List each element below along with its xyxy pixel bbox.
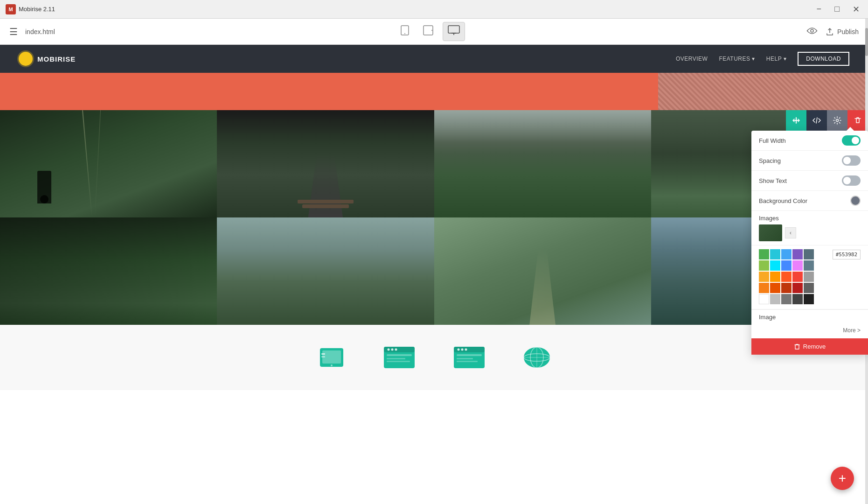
svg-rect-29 (457, 361, 478, 362)
feature-icon-2 (383, 346, 416, 369)
publish-label: Publish (837, 28, 859, 35)
minimize-button[interactable]: − (814, 3, 825, 15)
preview-navbar: MOBIRISE OVERVIEW FEATURES HELP DOWNLOAD (0, 45, 868, 73)
app-logo: M Mobirise 2.11 (6, 4, 55, 14)
trash-icon (794, 343, 800, 350)
swatch-blue[interactable] (781, 249, 792, 259)
swatch-green[interactable] (759, 249, 769, 259)
swatch-bluegray[interactable] (804, 249, 814, 259)
images-label: Images (759, 215, 861, 222)
settings-panel: Full Width Spacing Show Text Background … (751, 131, 868, 355)
svg-point-3 (431, 30, 432, 31)
nav-help[interactable]: HELP (766, 56, 786, 62)
swatch-brownred[interactable] (781, 283, 792, 293)
block-toolbar (786, 110, 868, 131)
swatch-orange[interactable] (770, 272, 780, 282)
gallery-section: Full Width Spacing Show Text Background … (0, 110, 868, 325)
background-color-row: Background Color (751, 191, 868, 211)
preview-container: MOBIRISE OVERVIEW FEATURES HELP DOWNLOAD (0, 45, 868, 390)
app-title: Mobirise 2.11 (19, 6, 55, 13)
svg-rect-28 (457, 358, 473, 359)
swatch-pink[interactable] (792, 260, 803, 271)
image-thumbnail[interactable] (759, 224, 782, 241)
swatch-purple[interactable] (792, 249, 803, 259)
svg-rect-4 (448, 26, 459, 33)
swatch-lightgrey[interactable] (770, 294, 780, 304)
swatch-lime[interactable] (759, 260, 769, 271)
show-text-toggle[interactable] (842, 175, 861, 186)
remove-button[interactable]: Remove (751, 338, 868, 355)
code-button[interactable] (806, 110, 827, 131)
swatch-cyan[interactable] (770, 249, 780, 259)
publish-button[interactable]: Publish (825, 27, 859, 36)
gallery-cell-7 (434, 217, 651, 325)
settings-button[interactable] (827, 110, 847, 131)
gallery-cell-6 (217, 217, 434, 325)
spacing-row: Spacing (751, 151, 868, 171)
spacing-toggle[interactable] (842, 155, 861, 166)
filename-label: index.html (25, 28, 55, 35)
globe-icon (523, 346, 551, 369)
swatch-cobalt[interactable] (781, 260, 792, 271)
maximize-button[interactable]: □ (832, 3, 842, 15)
svg-point-7 (811, 29, 813, 32)
swatch-red[interactable] (792, 272, 803, 282)
image-label: Image (759, 314, 776, 321)
gallery-cell-5 (0, 217, 217, 325)
svg-point-26 (465, 349, 467, 351)
gallery-cell-1 (0, 110, 217, 217)
spacing-label: Spacing (759, 157, 781, 164)
svg-rect-13 (321, 356, 325, 357)
nav-features[interactable]: FEATURES (719, 56, 755, 62)
swatch-midgrey[interactable] (781, 294, 792, 304)
color-palette: #553982 (751, 245, 868, 309)
swatch-burntorg[interactable] (770, 283, 780, 293)
swatch-yellow[interactable] (759, 283, 769, 293)
nav-links: OVERVIEW FEATURES HELP DOWNLOAD (676, 52, 849, 66)
svg-point-18 (395, 349, 397, 351)
swatch-slate[interactable] (804, 260, 814, 271)
browser-icon-2 (453, 346, 486, 369)
preview-button[interactable] (806, 26, 818, 38)
swatch-charcoal[interactable] (792, 294, 803, 304)
browser-icon (383, 346, 416, 369)
rearrange-button[interactable] (786, 110, 806, 131)
mobile-view-button[interactable] (396, 22, 414, 41)
title-bar-left: M Mobirise 2.11 (6, 4, 55, 14)
swatch-white[interactable] (759, 294, 769, 304)
desktop-view-button[interactable] (443, 22, 465, 41)
hex-color-display[interactable]: #553982 (833, 250, 861, 259)
image-label-row: Image (751, 309, 868, 324)
swatch-black[interactable] (804, 294, 814, 304)
close-button[interactable]: ✕ (850, 3, 862, 15)
nav-overview[interactable]: OVERVIEW (676, 56, 708, 62)
full-width-toggle[interactable] (842, 135, 861, 146)
swatch-grey[interactable] (804, 272, 814, 282)
scroll-thumb[interactable] (865, 28, 868, 56)
swatch-aqua[interactable] (770, 260, 780, 271)
svg-point-17 (391, 349, 393, 351)
more-link[interactable]: More > (751, 324, 868, 336)
menu-icon[interactable]: ☰ (9, 26, 18, 37)
swatch-darkgrey[interactable] (804, 283, 814, 293)
remove-label: Remove (803, 343, 826, 350)
gallery-cell-2 (217, 110, 434, 217)
svg-rect-19 (387, 354, 412, 356)
icons-section (0, 325, 868, 390)
feature-icon-4 (523, 346, 551, 369)
background-color-swatch[interactable] (850, 196, 861, 206)
swatch-amber[interactable] (759, 272, 769, 282)
title-bar: M Mobirise 2.11 − □ ✕ (0, 0, 868, 19)
sun-logo-icon (19, 52, 33, 66)
nav-download-button[interactable]: DOWNLOAD (798, 52, 849, 66)
add-block-button[interactable]: + (831, 467, 854, 490)
tablet-view-button[interactable] (418, 22, 438, 41)
panel-caret (847, 127, 854, 131)
swatch-darkred[interactable] (792, 283, 803, 293)
gallery-grid (0, 110, 868, 325)
images-prev-button[interactable]: ‹ (785, 227, 796, 238)
window-controls: − □ ✕ (814, 3, 862, 15)
swatch-deeporange[interactable] (781, 272, 792, 282)
background-color-label: Background Color (759, 197, 807, 204)
full-width-label: Full Width (759, 137, 786, 144)
